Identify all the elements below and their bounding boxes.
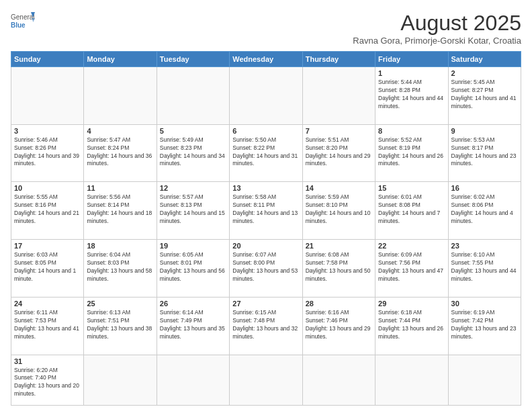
day-31: 31 Sunrise: 6:20 AM Sunset: 7:40 PM Dayl… <box>11 355 84 405</box>
header-monday: Monday <box>84 52 157 67</box>
day-30: 30 Sunrise: 6:19 AM Sunset: 7:42 PM Dayl… <box>448 297 521 355</box>
day-28: 28 Sunrise: 6:16 AM Sunset: 7:46 PM Dayl… <box>302 297 375 355</box>
calendar-row-4: 17 Sunrise: 6:03 AM Sunset: 8:05 PM Dayl… <box>11 240 521 298</box>
header-sunday: Sunday <box>11 52 84 67</box>
page: General Blue August 2025 Ravna Gora, Pri… <box>0 0 532 411</box>
day-6: 6 Sunrise: 5:50 AM Sunset: 8:22 PM Dayli… <box>230 124 302 182</box>
day-11: 11 Sunrise: 5:56 AM Sunset: 8:14 PM Dayl… <box>84 182 157 240</box>
day-4: 4 Sunrise: 5:47 AM Sunset: 8:24 PM Dayli… <box>84 124 157 182</box>
day-20: 20 Sunrise: 6:07 AM Sunset: 8:00 PM Dayl… <box>230 240 302 298</box>
calendar-row-6: 31 Sunrise: 6:20 AM Sunset: 7:40 PM Dayl… <box>11 355 521 405</box>
day-14: 14 Sunrise: 5:59 AM Sunset: 8:10 PM Dayl… <box>302 182 375 240</box>
day-16: 16 Sunrise: 6:02 AM Sunset: 8:06 PM Dayl… <box>448 182 521 240</box>
month-title: August 2025 <box>353 11 521 36</box>
calendar-table: Sunday Monday Tuesday Wednesday Thursday… <box>11 51 521 406</box>
empty-cell <box>11 67 84 125</box>
empty-cell <box>230 355 302 405</box>
day-9: 9 Sunrise: 5:53 AM Sunset: 8:17 PM Dayli… <box>448 124 521 182</box>
day-12: 12 Sunrise: 5:57 AM Sunset: 8:13 PM Dayl… <box>157 182 229 240</box>
day-23: 23 Sunrise: 6:10 AM Sunset: 7:55 PM Dayl… <box>448 240 521 298</box>
calendar-row-3: 10 Sunrise: 5:55 AM Sunset: 8:16 PM Dayl… <box>11 182 521 240</box>
day-10: 10 Sunrise: 5:55 AM Sunset: 8:16 PM Dayl… <box>11 182 84 240</box>
day-27: 27 Sunrise: 6:15 AM Sunset: 7:48 PM Dayl… <box>230 297 302 355</box>
day-5: 5 Sunrise: 5:49 AM Sunset: 8:23 PM Dayli… <box>157 124 229 182</box>
empty-cell <box>375 355 448 405</box>
calendar-row-5: 24 Sunrise: 6:11 AM Sunset: 7:53 PM Dayl… <box>11 297 521 355</box>
day-22: 22 Sunrise: 6:09 AM Sunset: 7:56 PM Dayl… <box>375 240 448 298</box>
day-29: 29 Sunrise: 6:18 AM Sunset: 7:44 PM Dayl… <box>375 297 448 355</box>
day-21: 21 Sunrise: 6:08 AM Sunset: 7:58 PM Dayl… <box>302 240 375 298</box>
day-8: 8 Sunrise: 5:52 AM Sunset: 8:19 PM Dayli… <box>375 124 448 182</box>
header-wednesday: Wednesday <box>230 52 302 67</box>
header-friday: Friday <box>375 52 448 67</box>
svg-text:General: General <box>11 13 35 21</box>
empty-cell <box>157 67 229 125</box>
location-subtitle: Ravna Gora, Primorje-Gorski Kotar, Croat… <box>353 36 521 46</box>
header-tuesday: Tuesday <box>157 52 229 67</box>
day-26: 26 Sunrise: 6:14 AM Sunset: 7:49 PM Dayl… <box>157 297 229 355</box>
day-17: 17 Sunrise: 6:03 AM Sunset: 8:05 PM Dayl… <box>11 240 84 298</box>
empty-cell <box>84 67 157 125</box>
title-area: August 2025 Ravna Gora, Primorje-Gorski … <box>353 11 521 46</box>
empty-cell <box>448 355 521 405</box>
svg-text:Blue: Blue <box>11 21 26 29</box>
day-2: 2 Sunrise: 5:45 AM Sunset: 8:27 PM Dayli… <box>448 67 521 125</box>
day-18: 18 Sunrise: 6:04 AM Sunset: 8:03 PM Dayl… <box>84 240 157 298</box>
day-13: 13 Sunrise: 5:58 AM Sunset: 8:11 PM Dayl… <box>230 182 302 240</box>
day-3: 3 Sunrise: 5:46 AM Sunset: 8:26 PM Dayli… <box>11 124 84 182</box>
empty-cell <box>302 67 375 125</box>
calendar-row-2: 3 Sunrise: 5:46 AM Sunset: 8:26 PM Dayli… <box>11 124 521 182</box>
header: General Blue August 2025 Ravna Gora, Pri… <box>11 11 521 46</box>
calendar-row-1: 1 Sunrise: 5:44 AM Sunset: 8:28 PM Dayli… <box>11 67 521 125</box>
header-saturday: Saturday <box>448 52 521 67</box>
empty-cell <box>230 67 302 125</box>
empty-cell <box>84 355 157 405</box>
day-15: 15 Sunrise: 6:01 AM Sunset: 8:08 PM Dayl… <box>375 182 448 240</box>
day-24: 24 Sunrise: 6:11 AM Sunset: 7:53 PM Dayl… <box>11 297 84 355</box>
header-thursday: Thursday <box>302 52 375 67</box>
weekday-header-row: Sunday Monday Tuesday Wednesday Thursday… <box>11 52 521 67</box>
empty-cell <box>157 355 229 405</box>
empty-cell <box>302 355 375 405</box>
day-25: 25 Sunrise: 6:13 AM Sunset: 7:51 PM Dayl… <box>84 297 157 355</box>
logo: General Blue <box>11 11 35 31</box>
day-19: 19 Sunrise: 6:05 AM Sunset: 8:01 PM Dayl… <box>157 240 229 298</box>
day-7: 7 Sunrise: 5:51 AM Sunset: 8:20 PM Dayli… <box>302 124 375 182</box>
day-1: 1 Sunrise: 5:44 AM Sunset: 8:28 PM Dayli… <box>375 67 448 125</box>
generalblue-logo-icon: General Blue <box>11 11 35 31</box>
